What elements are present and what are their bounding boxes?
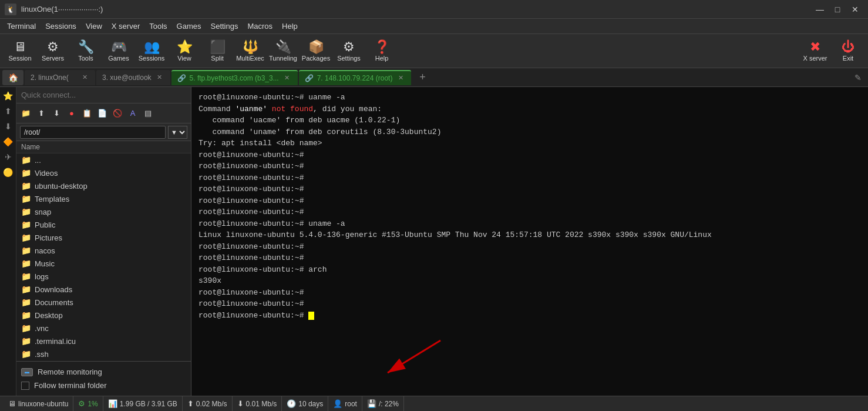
menu-help[interactable]: Help <box>277 21 302 32</box>
tab2-close[interactable]: ✕ <box>80 73 89 82</box>
toolbar-sessions[interactable]: 👥 Sessions <box>136 36 167 66</box>
tab3-close[interactable]: ✕ <box>155 73 164 82</box>
menu-settings[interactable]: Settings <box>206 21 243 32</box>
add-tab-button[interactable]: + <box>415 70 430 85</box>
terminal-area[interactable]: root@linuxone-ubuntu:~# uanme -aCommand … <box>191 87 868 396</box>
file-name: Videos <box>35 169 58 178</box>
folder-icon: 📁 <box>21 168 31 178</box>
tree-item--vnc[interactable]: 📁.vnc <box>16 322 191 335</box>
folder-icon: 📁 <box>21 310 31 320</box>
toolbar-view[interactable]: ⭐ View <box>169 36 200 66</box>
terminal-line: Command 'uanme' not found, did you mean: <box>199 103 861 115</box>
tree-item-Desktop[interactable]: 📁Desktop <box>16 309 191 322</box>
tree-item-Videos[interactable]: 📁Videos <box>16 166 191 179</box>
tab7-label: 7. 148.100.79.224 (root) <box>317 74 393 82</box>
remote-monitor-item[interactable]: ▬ Remote monitoring <box>21 365 186 379</box>
folder-icon: 📁 <box>21 207 31 216</box>
status-bar: 🖥 linuxone-ubuntu ⚙ 1% 📊 1.99 GB / 3.91 … <box>0 396 868 411</box>
tree-item-Templates[interactable]: 📁Templates <box>16 192 191 205</box>
uptime-icon: 🕐 <box>287 399 296 408</box>
menu-games[interactable]: Games <box>172 21 206 32</box>
sidebar-grid-btn[interactable]: ▤ <box>141 106 155 121</box>
sidebar-a-btn[interactable]: A <box>126 106 140 121</box>
tree-item-Public[interactable]: 📁Public <box>16 218 191 231</box>
menu-sessions[interactable]: Sessions <box>41 21 81 32</box>
tree-item--ssh[interactable]: 📁.ssh <box>16 347 191 360</box>
toolbar-servers[interactable]: ⚙ Servers <box>38 36 68 66</box>
tab3-label: 3. xue@outlook <box>102 73 152 82</box>
tree-item-Downloads[interactable]: 📁Downloads <box>16 283 191 296</box>
file-tree[interactable]: 📁...📁Videos📁ubuntu-desktop📁Templates📁sna… <box>16 153 191 361</box>
tree-item--terminal-icu[interactable]: 📁.terminal.icu <box>16 335 191 347</box>
xserver-label: X server <box>803 55 827 62</box>
tree-item-Music[interactable]: 📁Music <box>16 257 191 270</box>
toolbar-multiexec[interactable]: 🔱 MultiExec <box>235 36 265 66</box>
upload-icon: ⬆ <box>187 399 194 408</box>
tab-edit-button[interactable]: ✎ <box>850 70 866 85</box>
left-icon-upload[interactable]: ⬆ <box>2 105 15 118</box>
tab-5[interactable]: 🔗 5. ftp.byethost3.com (b3_3... ✕ <box>171 70 298 85</box>
follow-folder-item[interactable]: Follow terminal folder <box>21 379 186 392</box>
tab-3[interactable]: 3. xue@outlook ✕ <box>96 70 170 85</box>
left-icon-download[interactable]: ⬇ <box>2 120 15 133</box>
menu-tools[interactable]: Tools <box>144 21 171 32</box>
menu-view[interactable]: View <box>81 21 107 32</box>
menu-xserver[interactable]: X server <box>107 21 144 32</box>
path-dropdown[interactable]: ▼ <box>168 126 187 139</box>
terminal-line: root@linuxone-ubuntu:~# <box>199 149 861 161</box>
toolbar-tools[interactable]: 🔧 Tools <box>70 36 101 66</box>
tree-item----[interactable]: 📁... <box>16 153 191 166</box>
minimize-button[interactable]: — <box>812 2 828 16</box>
tab5-close[interactable]: ✕ <box>282 73 292 83</box>
games-label: Games <box>108 55 129 62</box>
tree-item-ubuntu-desktop[interactable]: 📁ubuntu-desktop <box>16 179 191 192</box>
terminal-cursor <box>308 312 314 320</box>
file-name: ... <box>35 156 41 165</box>
sidebar-folder-btn[interactable]: 📁 <box>19 106 33 121</box>
sidebar-download-btn[interactable]: ⬇ <box>49 106 63 121</box>
monitor-icon: ▬ <box>21 368 33 376</box>
terminal-line: root@linuxone-ubuntu:~# <box>199 252 861 264</box>
follow-folder-checkbox[interactable] <box>21 382 29 390</box>
sidebar-upload-btn[interactable]: ⬆ <box>34 106 48 121</box>
tree-item-snap[interactable]: 📁snap <box>16 205 191 218</box>
left-icon-paint[interactable]: 🔶 <box>2 135 15 148</box>
tab7-close[interactable]: ✕ <box>396 73 405 83</box>
window-controls: — □ ✕ <box>812 2 863 16</box>
terminal-line: root@linuxone-ubuntu:~# <box>199 183 861 195</box>
tree-item-Documents[interactable]: 📁Documents <box>16 296 191 309</box>
left-icon-send[interactable]: ✈ <box>2 151 15 163</box>
menu-bar: Terminal Sessions View X server Tools Ga… <box>0 19 868 34</box>
sidebar-file-btn[interactable]: 📄 <box>95 106 109 121</box>
toolbar-settings[interactable]: ⚙ Settings <box>334 36 364 66</box>
sidebar-copy-btn[interactable]: 📋 <box>80 106 94 121</box>
left-icon-coin[interactable]: 🟡 <box>2 166 15 179</box>
file-name: Downloads <box>35 285 72 294</box>
upload-label: 0.02 Mb/s <box>196 400 227 408</box>
quick-connect-input[interactable] <box>21 91 186 99</box>
close-button[interactable]: ✕ <box>847 2 863 16</box>
menu-terminal[interactable]: Terminal <box>2 21 41 32</box>
toolbar-help[interactable]: ❓ Help <box>366 36 397 66</box>
toolbar-session[interactable]: 🖥 Session <box>5 36 35 66</box>
sidebar-remove-btn[interactable]: 🚫 <box>110 106 125 121</box>
toolbar-packages[interactable]: 📦 Packages <box>301 36 331 66</box>
maximize-button[interactable]: □ <box>829 2 846 16</box>
tab-home[interactable]: 🏠 <box>2 70 23 85</box>
tree-item-Pictures[interactable]: 📁Pictures <box>16 231 191 244</box>
toolbar-exit[interactable]: ⏻ Exit <box>833 36 863 66</box>
tab-7[interactable]: 🔗 7. 148.100.79.224 (root) ✕ <box>299 70 412 85</box>
path-input[interactable] <box>20 126 166 139</box>
tree-item-logs[interactable]: 📁logs <box>16 270 191 283</box>
tree-item-nacos[interactable]: 📁nacos <box>16 244 191 257</box>
folder-icon: 📁 <box>21 259 31 268</box>
toolbar-split[interactable]: ⬛ Split <box>202 36 233 66</box>
toolbar-xserver[interactable]: ✖ X server <box>800 36 830 66</box>
toolbar-tunneling[interactable]: 🔌 Tunneling <box>268 36 298 66</box>
sessions-icon: 👥 <box>144 41 160 54</box>
sidebar-red-btn[interactable]: ● <box>65 106 79 121</box>
left-icon-star[interactable]: ⭐ <box>2 89 15 102</box>
tab-2[interactable]: 2. linuxOne( ✕ <box>25 70 95 85</box>
menu-macros[interactable]: Macros <box>243 21 277 32</box>
toolbar-games[interactable]: 🎮 Games <box>103 36 134 66</box>
